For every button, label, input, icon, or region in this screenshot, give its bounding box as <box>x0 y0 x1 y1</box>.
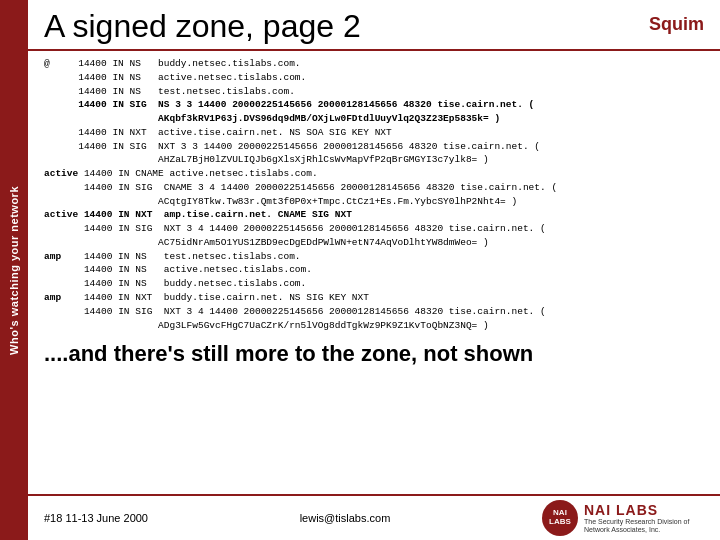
dns-line: 14400 IN SIG NS 3 3 14400 20000225145656… <box>44 98 704 112</box>
dns-line: 14400 IN NS active.netsec.tislabs.com. <box>44 71 704 85</box>
dns-line: AC75idNrAm5O1YUS1ZBD9ecDgEDdPWlWN+etN74A… <box>44 236 704 250</box>
dns-line-amp-ns1: amp 14400 IN NS test.netsec.tislabs.com. <box>44 250 704 264</box>
slide-info: #18 11-13 June 2000 <box>44 512 148 524</box>
slide-number: #18 <box>44 512 62 524</box>
dns-line-active-nxt: active 14400 IN NXT amp.tise.cairn.net. … <box>44 208 704 222</box>
footer: #18 11-13 June 2000 lewis@tislabs.com NA… <box>28 494 720 540</box>
dns-line: ACqtgIY8Tkw.Tw83r.Qmt3f0P0x+Tmpc.CtCz1+E… <box>44 195 704 209</box>
dns-content: @ 14400 IN NS buddy.netsec.tislabs.com. … <box>28 51 720 494</box>
nai-labs-label: NAI LABS <box>584 502 704 518</box>
footer-message: ....and there's still more to the zone, … <box>44 338 704 370</box>
main-content: A signed zone, page 2 Squim @ 14400 IN N… <box>28 0 720 540</box>
nai-circle-text: NAILABS <box>549 509 571 527</box>
dns-line: 14400 IN SIG NXT 3 3 14400 2000022514565… <box>44 140 704 154</box>
nai-logo: NAILABS NAI LABS The Security Research D… <box>542 500 704 536</box>
header: A signed zone, page 2 Squim <box>28 0 720 51</box>
footer-date: 11-13 June 2000 <box>65 512 148 524</box>
dns-line: 14400 IN SIG NXT 3 4 14400 2000022514565… <box>44 305 704 319</box>
dns-line: @ 14400 IN NS buddy.netsec.tislabs.com. <box>44 57 704 71</box>
sidebar: Who's watching your network <box>0 0 28 540</box>
dns-line: 14400 IN NS active.netsec.tislabs.com. <box>44 263 704 277</box>
dns-line-amp-nxt: amp 14400 IN NXT buddy.tise.cairn.net. N… <box>44 291 704 305</box>
nai-text-block: NAI LABS The Security Research Division … <box>584 502 704 535</box>
dns-line: 14400 IN SIG CNAME 3 4 14400 20000225145… <box>44 181 704 195</box>
nai-logo-area: NAILABS NAI LABS The Security Research D… <box>542 500 704 536</box>
dns-line: 14400 IN SIG NXT 3 4 14400 2000022514565… <box>44 222 704 236</box>
footer-email: lewis@tislabs.com <box>300 512 391 524</box>
nai-sub-text: The Security Research Division of Networ… <box>584 518 704 535</box>
nai-circle-icon: NAILABS <box>542 500 578 536</box>
squim-label: Squim <box>649 14 704 35</box>
sidebar-label: Who's watching your network <box>8 186 20 355</box>
page-title: A signed zone, page 2 <box>44 8 361 45</box>
dns-line-active-cname: active 14400 IN CNAME active.netsec.tisl… <box>44 167 704 181</box>
dns-line: AKqbf3kRV1P63j.DVS96dq9dMB/OXjLw0FDtdlUu… <box>44 112 704 126</box>
dns-line: ADg3LFw5GvcFHgC7UaCZrK/rn5lVOg8ddTgkWz9P… <box>44 319 704 333</box>
dns-line: 14400 IN NS test.netsec.tislabs.com. <box>44 85 704 99</box>
dns-line: 14400 IN NXT active.tise.cairn.net. NS S… <box>44 126 704 140</box>
dns-line: 14400 IN NS buddy.netsec.tislabs.com. <box>44 277 704 291</box>
dns-line: AHZaL7BjH0lZVULIQJb6gXlsXjRhlCsWvMapVfP2… <box>44 153 704 167</box>
